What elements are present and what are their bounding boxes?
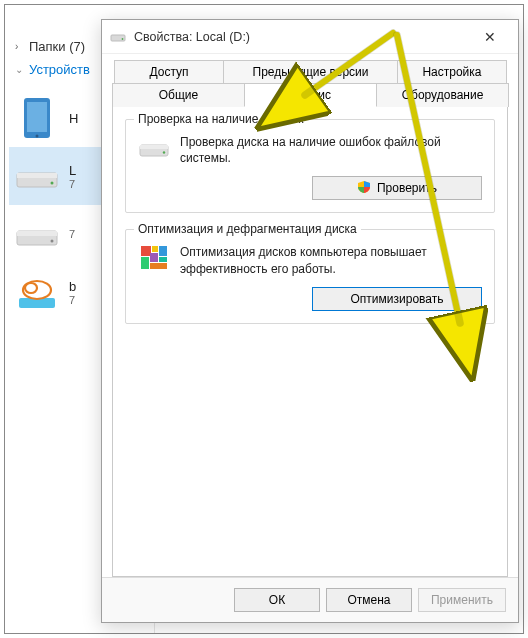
properties-dialog: Свойства: Local (D:) ✕ Доступ Предыдущие… xyxy=(101,19,519,623)
svg-rect-23 xyxy=(159,257,167,262)
uac-shield-icon xyxy=(357,180,371,197)
svg-rect-19 xyxy=(159,246,167,256)
tab-general[interactable]: Общие xyxy=(112,83,245,107)
drive-icon xyxy=(138,134,170,162)
svg-point-2 xyxy=(36,135,39,138)
tab-customize[interactable]: Настройка xyxy=(397,60,507,83)
apply-button[interactable]: Применить xyxy=(418,588,506,612)
dialog-title: Свойства: Local (D:) xyxy=(134,30,462,44)
chevron-down-icon: ⌄ xyxy=(15,64,25,75)
svg-rect-22 xyxy=(150,263,167,269)
svg-rect-12 xyxy=(111,35,125,41)
group-label: Оптимизация и дефрагментация диска xyxy=(134,222,361,236)
group-optimize: Оптимизация и дефрагментация диска xyxy=(125,229,495,323)
tab-panel-tools: Проверка на наличие ошибок Проверка диск… xyxy=(112,106,508,577)
dialog-footer: ОК Отмена Применить xyxy=(102,577,518,622)
svg-rect-4 xyxy=(17,173,57,178)
chevron-right-icon: › xyxy=(15,41,25,52)
ok-button[interactable]: ОК xyxy=(234,588,320,612)
group-description: Оптимизация дисков компьютера повышает э… xyxy=(180,244,482,276)
close-icon: ✕ xyxy=(484,29,496,45)
tab-access[interactable]: Доступ xyxy=(114,60,224,83)
svg-point-16 xyxy=(163,151,165,153)
group-label: Проверка на наличие ошибок xyxy=(134,112,308,126)
svg-rect-15 xyxy=(140,145,168,149)
titlebar: Свойства: Local (D:) ✕ xyxy=(102,20,518,54)
group-error-checking: Проверка на наличие ошибок Проверка диск… xyxy=(125,119,495,213)
tree-folders-label: Папки (7) xyxy=(29,39,85,54)
device-label: b xyxy=(69,279,76,294)
device-label: L xyxy=(69,163,76,178)
drive-icon xyxy=(13,213,61,255)
tab-tools[interactable]: Сервис xyxy=(244,83,377,107)
phone-icon xyxy=(13,97,61,139)
svg-point-13 xyxy=(122,38,124,40)
svg-rect-7 xyxy=(17,231,57,236)
cloud-drive-icon xyxy=(13,271,61,313)
tree-devices-label: Устройств xyxy=(29,62,90,77)
cancel-button[interactable]: Отмена xyxy=(326,588,412,612)
svg-rect-18 xyxy=(152,246,158,252)
svg-rect-1 xyxy=(27,102,47,132)
svg-point-5 xyxy=(51,182,54,185)
svg-point-8 xyxy=(51,240,54,243)
tab-previous-versions[interactable]: Предыдущие версии xyxy=(223,60,398,83)
svg-point-11 xyxy=(25,283,37,293)
device-label: H xyxy=(69,111,78,126)
optimize-button-label: Оптимизировать xyxy=(351,292,444,306)
svg-rect-20 xyxy=(141,257,149,269)
group-description: Проверка диска на наличие ошибок файлово… xyxy=(180,134,482,166)
drive-icon xyxy=(110,29,126,45)
defrag-icon xyxy=(138,244,170,272)
close-button[interactable]: ✕ xyxy=(470,22,510,52)
svg-rect-17 xyxy=(141,246,151,256)
svg-rect-21 xyxy=(150,253,158,262)
check-button-label: Проверить xyxy=(377,181,437,195)
tab-hardware[interactable]: Оборудование xyxy=(376,83,509,107)
check-button[interactable]: Проверить xyxy=(312,176,482,200)
tab-strip: Доступ Предыдущие версии Настройка Общие… xyxy=(112,60,508,107)
optimize-button[interactable]: Оптимизировать xyxy=(312,287,482,311)
drive-icon xyxy=(13,155,61,197)
